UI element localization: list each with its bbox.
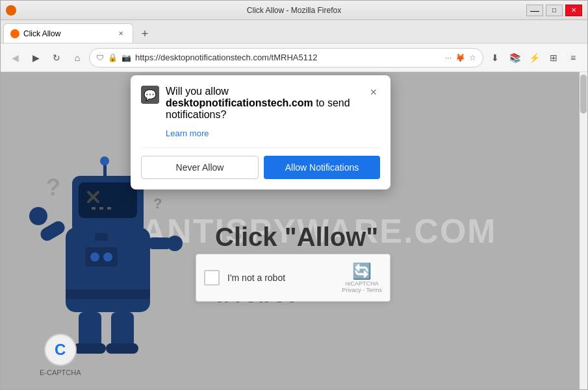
svg-rect-5 [92,207,96,210]
svg-rect-7 [107,207,111,210]
window-controls: — □ ✕ [526,5,582,16]
title-bar: Click Allow - Mozilla Firefox — □ ✕ [1,1,587,20]
download-button[interactable]: ⬇ [486,49,504,67]
popup-text: Will you allow desktopnotificationstech.… [166,86,361,121]
popup-header: 💬 Will you allow desktopnotificationstec… [141,86,380,121]
tab-bar: Click Allow ✕ + [1,20,587,43]
ecaptcha-icon: C [44,334,77,366]
svg-rect-6 [99,207,103,210]
lock-icon: 🔒 [108,53,118,62]
extensions-button[interactable]: ⊞ [544,49,563,67]
popup-buttons: Never Allow Allow Notifications [141,147,380,179]
home-button[interactable]: ⌂ [68,49,86,67]
svg-point-13 [103,252,112,262]
svg-rect-14 [66,289,150,299]
camera-icon: 📷 [121,53,131,62]
shield-icon: 🛡 [96,53,104,62]
restore-button[interactable]: □ [546,5,563,16]
svg-rect-19 [79,312,101,348]
scrollbar[interactable] [580,72,587,389]
svg-point-18 [167,236,183,251]
recaptcha-brand-label: reCAPTCHA [346,280,379,287]
navigation-bar: ◀ ▶ ↻ ⌂ 🛡 🔒 📷 https://desktopnotificatio… [1,43,587,72]
close-button[interactable]: ✕ [565,5,582,16]
address-bar[interactable]: 🛡 🔒 📷 https://desktopnotificationstech.c… [89,48,483,67]
svg-text:?: ? [153,195,162,212]
library-button[interactable]: 📚 [505,49,524,67]
recaptcha-widget: I'm not a robot 🔄 reCAPTCHA Privacy - Te… [196,254,390,302]
popup-message-prefix: Will you allow [166,86,229,97]
firefox-icon [6,5,16,16]
svg-rect-11 [85,247,118,267]
container-icon: 🦊 [455,53,465,62]
svg-rect-2 [79,182,137,218]
browser-content: MYANTISPYWARE.COM [1,72,587,389]
more-options-icon[interactable]: ··· [445,53,452,62]
minimize-button[interactable]: — [526,5,543,16]
refresh-button[interactable]: ↻ [47,49,66,67]
back-button[interactable]: ◀ [6,49,24,67]
allow-notifications-button[interactable]: Allow Notifications [264,156,380,179]
recaptcha-logo: 🔄 reCAPTCHA Privacy - Terms [342,262,382,293]
sync-button[interactable]: ⚡ [525,49,543,67]
nav-right-buttons: ⬇ 📚 ⚡ ⊞ ≡ [486,49,582,67]
ecaptcha-logo: C E-CAPTCHA [40,334,81,376]
recaptcha-label: I'm not a robot [227,273,334,283]
recaptcha-links: Privacy - Terms [342,287,382,293]
never-allow-button[interactable]: Never Allow [141,156,259,179]
tab-title: Click Allow [23,29,112,38]
browser-window: Click Allow - Mozilla Firefox — □ ✕ Clic… [0,0,588,390]
svg-point-9 [100,156,109,165]
svg-text:?: ? [46,174,60,201]
bookmark-icon[interactable]: ☆ [469,53,476,62]
url-text: https://desktopnotificationstech.com/tMR… [135,53,441,62]
tab-close-button[interactable]: ✕ [116,29,126,39]
scrollbar-thumb[interactable] [580,75,587,114]
svg-rect-22 [106,343,138,354]
svg-point-12 [90,252,99,262]
notification-popup: 💬 Will you allow desktopnotificationstec… [131,75,390,189]
svg-rect-21 [111,312,134,348]
popup-close-button[interactable]: ✕ [367,86,380,99]
active-tab[interactable]: Click Allow ✕ [3,23,133,43]
recaptcha-icon: 🔄 [352,262,372,280]
window-title: Click Allow - Mozilla Firefox [247,6,341,15]
menu-button[interactable]: ≡ [564,49,582,67]
heading-line1: Click "Allow" [215,221,378,252]
popup-message-icon: 💬 [141,86,159,104]
recaptcha-checkbox[interactable] [204,270,220,286]
ecaptcha-label: E-CAPTCHA [40,369,81,376]
tab-favicon [10,29,19,38]
new-tab-button[interactable]: + [136,25,154,43]
svg-rect-10 [95,233,108,241]
popup-domain: desktopnotificationstech.com [166,97,313,108]
svg-point-16 [29,207,47,225]
learn-more-link[interactable]: Learn more [166,128,380,138]
forward-button[interactable]: ▶ [27,49,45,67]
